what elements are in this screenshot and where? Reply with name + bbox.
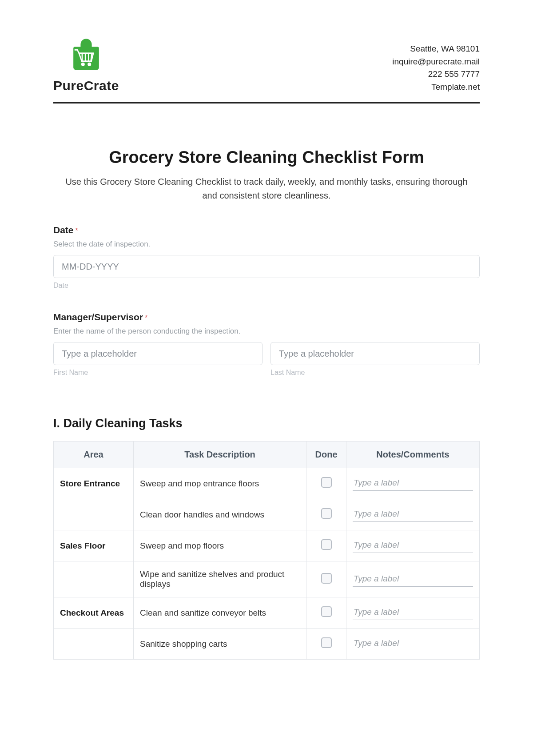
date-help: Select the date of inspection. bbox=[53, 240, 480, 249]
required-star: * bbox=[145, 314, 147, 322]
cell-area: Store Entrance bbox=[54, 468, 134, 499]
field-manager: Manager/Supervisor* Enter the name of th… bbox=[53, 312, 480, 377]
table-row: Sanitize shopping carts bbox=[54, 629, 480, 660]
svg-point-4 bbox=[82, 63, 84, 65]
table-row: Store Entrance Sweep and mop entrance fl… bbox=[54, 468, 480, 499]
notes-input[interactable] bbox=[353, 476, 473, 491]
contact-site: Template.net bbox=[392, 81, 480, 94]
table-row: Clean door handles and windows bbox=[54, 499, 480, 530]
page-subtitle: Use this Grocery Store Cleaning Checklis… bbox=[53, 175, 480, 203]
table-header-row: Area Task Description Done Notes/Comment… bbox=[54, 442, 480, 468]
header: PureCrate Seattle, WA 98101 inquire@pure… bbox=[53, 36, 480, 103]
manager-help: Enter the name of the person conducting … bbox=[53, 327, 480, 336]
table-row: Sales Floor Sweep and mop floors bbox=[54, 530, 480, 561]
cell-task: Clean door handles and windows bbox=[134, 499, 306, 530]
date-input[interactable] bbox=[53, 255, 480, 278]
page-title: Grocery Store Cleaning Checklist Form bbox=[53, 148, 480, 167]
cell-task: Sweep and mop entrance floors bbox=[134, 468, 306, 499]
last-name-input[interactable] bbox=[270, 342, 480, 365]
svg-line-3 bbox=[91, 54, 92, 60]
date-under-label: Date bbox=[53, 282, 480, 290]
done-checkbox[interactable] bbox=[321, 508, 332, 519]
field-date: Date* Select the date of inspection. Dat… bbox=[53, 225, 480, 290]
cell-area bbox=[54, 629, 134, 660]
notes-input[interactable] bbox=[353, 538, 473, 553]
contact-email: inquire@purecrate.mail bbox=[392, 56, 480, 68]
col-notes: Notes/Comments bbox=[346, 442, 480, 468]
cell-task: Sweep and mop floors bbox=[134, 530, 306, 561]
required-star: * bbox=[76, 227, 78, 235]
first-name-under-label: First Name bbox=[53, 369, 263, 377]
shopping-bag-cart-icon bbox=[66, 36, 106, 76]
notes-input[interactable] bbox=[353, 637, 473, 651]
table-row: Wipe and sanitize shelves and product di… bbox=[54, 561, 480, 597]
col-area: Area bbox=[54, 442, 134, 468]
contact-block: Seattle, WA 98101 inquire@purecrate.mail… bbox=[392, 43, 480, 93]
cell-area: Sales Floor bbox=[54, 530, 134, 561]
done-checkbox[interactable] bbox=[321, 477, 332, 488]
date-label: Date bbox=[53, 225, 74, 235]
notes-input[interactable] bbox=[353, 507, 473, 522]
section-1-heading: I. Daily Cleaning Tasks bbox=[53, 417, 480, 430]
svg-point-5 bbox=[88, 63, 90, 65]
notes-input[interactable] bbox=[353, 605, 473, 620]
done-checkbox[interactable] bbox=[321, 637, 332, 648]
col-done: Done bbox=[306, 442, 346, 468]
brand-name: PureCrate bbox=[53, 78, 119, 93]
cell-task: Clean and sanitize conveyor belts bbox=[134, 597, 306, 629]
cell-task: Wipe and sanitize shelves and product di… bbox=[134, 561, 306, 597]
cell-task: Sanitize shopping carts bbox=[134, 629, 306, 660]
col-task: Task Description bbox=[134, 442, 306, 468]
manager-label: Manager/Supervisor bbox=[53, 312, 143, 322]
contact-phone: 222 555 7777 bbox=[392, 68, 480, 81]
cell-area bbox=[54, 499, 134, 530]
cell-area bbox=[54, 561, 134, 597]
first-name-input[interactable] bbox=[53, 342, 263, 365]
contact-address: Seattle, WA 98101 bbox=[392, 43, 480, 56]
last-name-under-label: Last Name bbox=[270, 369, 480, 377]
done-checkbox[interactable] bbox=[321, 573, 332, 584]
done-checkbox[interactable] bbox=[321, 606, 332, 617]
done-checkbox[interactable] bbox=[321, 539, 332, 550]
brand-block: PureCrate bbox=[53, 36, 119, 93]
table-row: Checkout Areas Clean and sanitize convey… bbox=[54, 597, 480, 629]
notes-input[interactable] bbox=[353, 572, 473, 587]
cell-area: Checkout Areas bbox=[54, 597, 134, 629]
daily-tasks-table: Area Task Description Done Notes/Comment… bbox=[53, 441, 480, 660]
